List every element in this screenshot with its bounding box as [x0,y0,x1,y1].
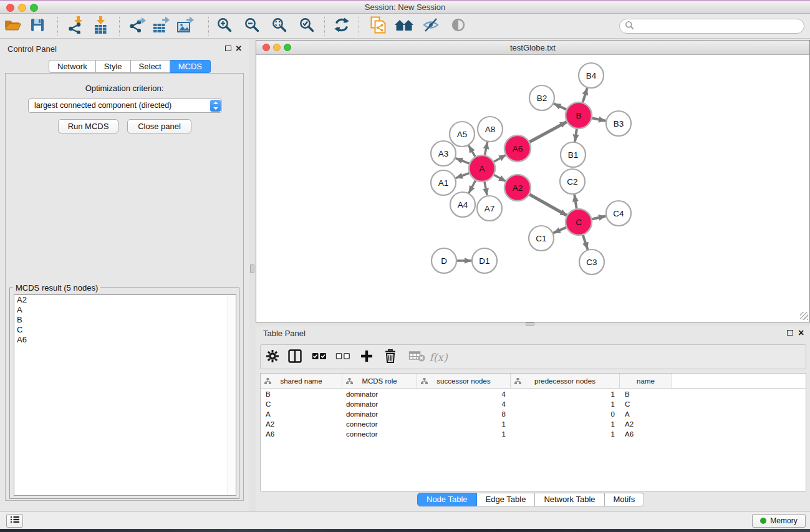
mcds-list-scrollbar[interactable] [228,295,236,495]
criterion-dropdown[interactable]: largest connected component (directed) [28,99,222,113]
home-layout-button[interactable] [394,17,414,35]
column-header-predecessor-nodes[interactable]: predecessor nodes [511,374,620,388]
vertical-splitter[interactable] [249,39,256,511]
network-canvas[interactable]: A5A8A3AA1A4A7A6A2B2B4BB3B1C2C4CC1C3DD1 [256,55,809,321]
mcds-result-item[interactable]: A2 [14,295,236,305]
table-panel-float-button[interactable] [787,330,793,336]
select-all-button[interactable] [312,349,327,365]
edge-B-B1[interactable] [575,128,577,142]
cell-successor_nodes[interactable]: 1 [417,420,511,430]
cell-shared_name[interactable]: B [261,390,342,400]
column-header-shared-name[interactable]: shared name [261,374,342,388]
edge-A-A3[interactable] [456,158,471,164]
tab-network[interactable]: Network [49,60,96,73]
edge-A6-B[interactable] [529,122,567,142]
edge-A2-C[interactable] [528,194,567,216]
run-mcds-button[interactable]: Run MCDS [58,119,118,133]
network-from-selection-button[interactable] [370,16,387,37]
table-settings-button[interactable] [266,349,279,365]
node-table[interactable]: shared nameMCDS rolesuccessor nodesprede… [260,373,806,491]
edge-B-B4[interactable] [582,88,587,104]
cell-shared_name[interactable]: A6 [261,430,342,440]
network-close-button[interactable] [263,44,270,51]
maximize-window-button[interactable] [30,4,38,12]
mcds-result-item[interactable]: C [14,325,236,335]
import-table-button[interactable] [92,16,109,36]
open-session-button[interactable] [4,17,22,35]
edge-C-C4[interactable] [591,216,606,219]
search-input[interactable] [637,22,799,31]
edge-C-C3[interactable] [582,234,587,249]
mcds-result-item[interactable]: B [14,315,236,325]
cell-mcds_role[interactable]: dominator [342,400,417,410]
network-minimize-button[interactable] [273,44,281,51]
mcds-result-list[interactable]: A2ABCA6 [14,294,236,496]
zoom-in-button[interactable] [216,17,233,36]
add-column-button[interactable] [360,350,373,365]
cell-shared_name[interactable]: A [261,410,342,420]
refresh-layout-button[interactable] [334,17,350,36]
zoom-selected-button[interactable] [299,17,315,36]
table-row[interactable]: A2connector11A2 [261,420,806,430]
cell-predecessor_nodes[interactable]: 0 [511,410,620,420]
delete-column-button[interactable] [384,349,397,366]
table-row[interactable]: A6connector11A6 [261,430,806,440]
cell-predecessor_nodes[interactable]: 1 [511,390,620,400]
cell-mcds_role[interactable]: dominator [342,410,417,420]
zoom-fit-button[interactable] [271,17,287,36]
export-network-button[interactable] [128,16,146,36]
edge-A-A8[interactable] [485,142,488,157]
edge-A-A4[interactable] [469,180,476,193]
edge-A-A5[interactable] [469,145,476,158]
hide-details-button[interactable] [422,17,440,36]
table-panel-close-button[interactable]: × [798,329,804,337]
tab-select[interactable]: Select [131,60,170,73]
edge-A-A6[interactable] [493,155,506,162]
cell-successor_nodes[interactable]: 1 [417,430,511,440]
close-window-button[interactable] [6,4,14,12]
network-maximize-button[interactable] [284,44,291,51]
tab-edge-table[interactable]: Edge Table [477,493,536,506]
export-table-button[interactable] [152,16,170,36]
tab-node-table[interactable]: Node Table [417,493,477,506]
table-row[interactable]: Adominator80A [261,410,806,420]
cell-name[interactable]: A [620,410,672,420]
cell-name[interactable]: A2 [620,420,672,430]
network-window-titlebar[interactable]: testGlobe.txt [256,41,809,55]
mcds-result-item[interactable]: A6 [14,335,236,345]
save-session-button[interactable] [29,17,46,36]
cell-predecessor_nodes[interactable]: 1 [511,420,620,430]
table-row[interactable]: Bdominator41B [261,390,806,400]
toolbar-search[interactable] [619,19,804,34]
cell-predecessor_nodes[interactable]: 1 [511,430,620,440]
cell-name[interactable]: C [620,400,672,410]
import-network-button[interactable] [67,16,85,36]
column-header-name[interactable]: name [620,374,672,388]
panel-layout-button[interactable] [288,349,302,366]
cell-successor_nodes[interactable]: 4 [417,390,511,400]
cell-shared_name[interactable]: A2 [261,420,342,430]
edge-A-A1[interactable] [456,173,471,178]
horizontal-splitter-handle[interactable] [526,322,534,326]
cell-shared_name[interactable]: C [261,400,342,410]
close-panel-button[interactable]: Close panel [127,119,191,133]
column-header-successor-nodes[interactable]: successor nodes [417,374,511,388]
tab-style[interactable]: Style [96,60,131,73]
minimize-window-button[interactable] [18,4,26,12]
tab-motifs[interactable]: Motifs [605,493,645,506]
delete-table-button[interactable] [409,350,426,365]
export-image-button[interactable] [176,16,195,36]
dropdown-stepper[interactable] [210,100,221,112]
edge-B-B3[interactable] [591,118,606,121]
edge-C-C2[interactable] [574,195,577,210]
tab-network-table[interactable]: Network Table [535,493,604,506]
table-row[interactable]: Cdominator41C [261,400,806,410]
show-details-button[interactable] [450,17,466,36]
edge-B-B2[interactable] [554,104,567,110]
task-history-button[interactable] [6,514,23,528]
cell-successor_nodes[interactable]: 4 [417,400,511,410]
cell-name[interactable]: A6 [620,430,672,440]
edge-C-C1[interactable] [553,227,567,233]
cell-name[interactable]: B [620,390,672,400]
control-panel-float-button[interactable] [225,46,231,51]
